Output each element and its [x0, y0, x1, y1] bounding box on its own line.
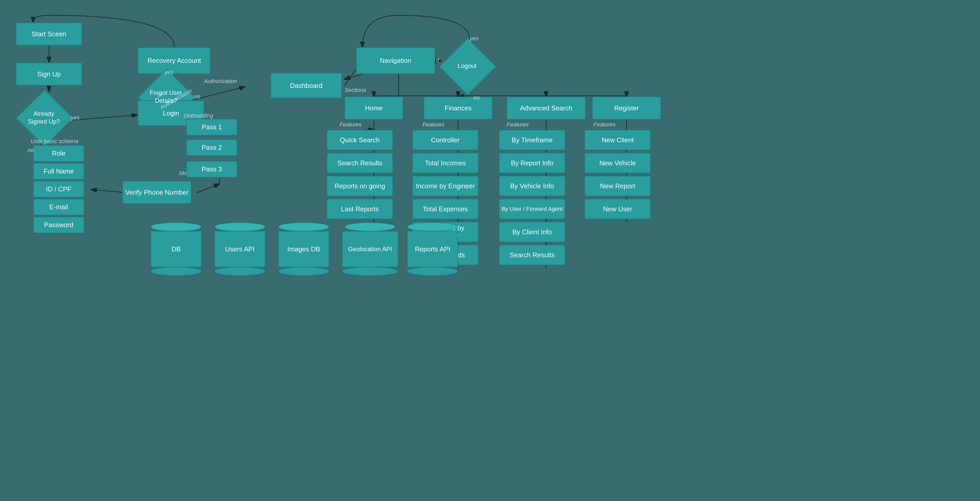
email-node: E-mail: [33, 199, 84, 215]
reports-api-bottom: [407, 267, 458, 276]
db-cylinder-body: DB: [151, 231, 202, 267]
last-reports-node: Last Reports: [327, 199, 393, 219]
by-report-info-node: By Report Info: [499, 153, 565, 173]
geolocation-api-top: [345, 222, 396, 231]
advanced-search-node: Advanced Search: [507, 97, 586, 120]
pass1-node: Pass 1: [186, 119, 237, 136]
new-client-node: New Client: [584, 130, 651, 150]
features-adv-label: Features: [507, 121, 529, 128]
flowchart: Start Sceen Recovery Account Sign Up Alr…: [0, 0, 980, 501]
register-node: Register: [592, 97, 661, 120]
geolocation-api-body: Geolocation API: [342, 231, 398, 267]
images-db-bottom: [278, 267, 329, 276]
controller-node: Controller: [412, 130, 479, 150]
svg-line-8: [194, 87, 245, 100]
by-client-info-node: By Client Info: [499, 222, 565, 242]
role-node: Role: [33, 145, 84, 162]
yes-logout-label: yes: [469, 35, 478, 42]
home-node: Home: [345, 97, 403, 120]
by-vehicle-info-node: By Vehicle Info: [499, 176, 565, 196]
reports-api-top: [407, 222, 458, 231]
authorization-label: Authorization: [204, 78, 237, 85]
features-finances-label: Features: [422, 121, 445, 128]
if-logout-label: If: [436, 57, 439, 64]
users-api-bottom: [215, 267, 266, 276]
reports-api-body: Reports API: [407, 231, 458, 267]
reports-api-cylinder: Reports API: [407, 222, 458, 276]
geolocation-api-bottom: [342, 267, 398, 276]
users-api-cylinder: Users API: [215, 222, 266, 276]
password-node: Password: [33, 217, 84, 233]
new-user-node: New User: [584, 199, 651, 219]
search-results-home-node: Search Results: [327, 153, 393, 173]
income-by-engineer-node: Income by Engineer: [412, 176, 479, 196]
new-report-node: New Report: [584, 176, 651, 196]
by-timeframe-node: By Timeframe: [499, 130, 565, 150]
no-forgot-label: no: [194, 93, 200, 100]
navigation-node: Navigation: [356, 47, 435, 74]
pass2-node: Pass 2: [186, 139, 237, 156]
features-home-label: Features: [339, 121, 362, 128]
svg-line-11: [197, 184, 220, 193]
svg-line-3: [72, 115, 137, 120]
finances-node: Finances: [424, 97, 493, 120]
users-api-top: [215, 222, 266, 231]
already-signed-node: AlreadySigned Up?: [16, 89, 72, 146]
sign-up-node: Sign Up: [16, 62, 82, 86]
full-name-node: Full Name: [33, 163, 84, 180]
features-reg-label: Features: [593, 121, 616, 128]
total-incomes-node: Total Incomes: [412, 153, 479, 173]
db-cylinder: DB: [151, 222, 202, 276]
yes-already-label: yes: [71, 115, 80, 121]
yes-forgot-label: yes: [165, 69, 173, 76]
db-cylinder-bottom: [151, 267, 202, 276]
users-api-body: Users API: [215, 231, 266, 267]
dashboard-node: Dashboard: [270, 73, 342, 98]
total-expenses-node: Total Expenses: [412, 199, 479, 219]
quick-search-node: Quick Search: [327, 130, 393, 150]
images-db-body: Images DB: [278, 231, 329, 267]
pass3-node: Pass 3: [186, 161, 237, 177]
search-results-adv-node: Search Results: [499, 245, 565, 265]
user-basic-schema-label: User basic schema: [30, 138, 78, 145]
geolocation-api-cylinder: Geolocation API: [342, 222, 398, 276]
by-user-forward-node: By User / Forward Agent: [499, 199, 565, 219]
id-cpf-node: ID / CPF: [33, 181, 84, 198]
sections-label: Sections: [345, 87, 366, 94]
new-vehicle-node: New Vehicle: [584, 153, 651, 173]
no-logout-label: no: [473, 94, 479, 101]
db-cylinder-top: [151, 222, 202, 231]
svg-line-16: [345, 74, 363, 79]
images-db-cylinder: Images DB: [278, 222, 329, 276]
verify-phone-node: Verify Phone Number: [123, 181, 191, 204]
images-db-top: [278, 222, 329, 231]
logout-node: Logout: [439, 38, 495, 94]
start-screen-node: Start Sceen: [16, 22, 82, 45]
no-already-label: no: [27, 147, 34, 153]
reports-ongoing-node: Reports on going: [327, 176, 393, 196]
onboarding-label: Onboarding: [184, 112, 213, 119]
